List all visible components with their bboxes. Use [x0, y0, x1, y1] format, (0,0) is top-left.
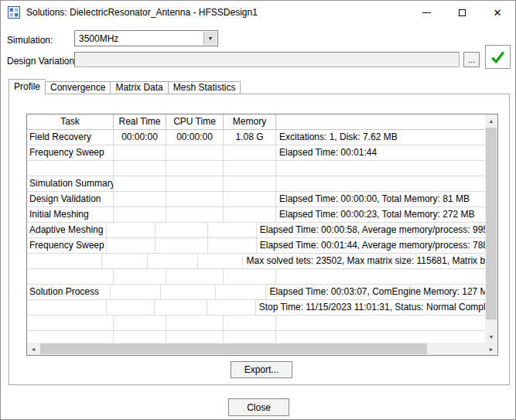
app-icon — [8, 6, 20, 19]
table-cell — [114, 331, 166, 343]
table-row[interactable]: Max solved tets: 23502, Max matrix size:… — [27, 254, 485, 269]
table-cell — [207, 300, 255, 315]
table-cell — [114, 161, 166, 176]
table-cell — [27, 254, 102, 268]
table-cell: Elapsed Time: 00:00:00, Total Memory: 81… — [276, 192, 485, 207]
table-cell — [114, 145, 166, 160]
scroll-up-icon[interactable]: ▲ — [485, 114, 497, 127]
profile-table: Task Real Time CPU Time Memory Field Rec… — [26, 114, 498, 356]
table-cell — [224, 316, 276, 330]
table-row[interactable] — [27, 316, 485, 331]
table-row[interactable]: Initial MeshingElapsed Time: 00:00:23, T… — [27, 207, 485, 223]
table-cell — [166, 331, 224, 343]
column-header-task[interactable]: Task — [27, 114, 114, 129]
table-cell — [107, 223, 155, 237]
close-dialog-button[interactable]: Close — [228, 398, 289, 416]
tab-convergence[interactable]: Convergence — [45, 81, 111, 94]
table-cell — [107, 300, 155, 315]
profile-table-body: Field Recovery00:00:0000:00:001.08 GExci… — [27, 130, 485, 343]
table-cell — [208, 238, 257, 253]
scroll-right-icon[interactable]: ► — [485, 343, 497, 355]
minimize-button[interactable] — [408, 1, 444, 24]
table-cell — [161, 285, 216, 299]
table-cell — [224, 207, 276, 222]
design-variation-field[interactable] — [74, 52, 460, 67]
table-cell — [27, 331, 114, 343]
table-cell — [155, 300, 207, 315]
vertical-scrollbar-thumb[interactable] — [486, 128, 497, 319]
table-cell: Solution Process — [27, 285, 111, 299]
window-title: Solutions: DielectricResonator_Antenna -… — [26, 7, 408, 18]
table-cell — [166, 207, 224, 222]
table-cell — [155, 238, 208, 253]
table-row[interactable]: Solution ProcessElapsed Time: 00:03:07, … — [27, 285, 485, 300]
close-window-button[interactable]: ✕ — [480, 1, 515, 24]
design-variation-label: Design Variation: — [7, 56, 77, 67]
table-row[interactable]: Simulation Summary — [27, 176, 485, 192]
table-cell — [111, 285, 161, 299]
table-row[interactable] — [27, 161, 485, 176]
table-row[interactable] — [27, 331, 485, 343]
minimize-icon — [422, 12, 431, 13]
simulation-combobox[interactable]: 3500MHz ▼ — [74, 30, 218, 46]
column-header-memory[interactable]: Memory — [224, 114, 276, 129]
column-header-real-time[interactable]: Real Time — [114, 114, 166, 129]
combo-dropdown-button[interactable]: ▼ — [203, 32, 217, 45]
tab-label: Matrix Data — [115, 82, 162, 93]
table-row[interactable]: Design ValidationElapsed Time: 00:00:00,… — [27, 192, 485, 207]
table-cell — [102, 254, 148, 268]
table-cell — [107, 238, 155, 253]
table-row[interactable] — [27, 269, 485, 285]
table-cell: Elapsed Time: 00:01:44 — [276, 145, 485, 160]
solutions-dialog: Solutions: DielectricResonator_Antenna -… — [0, 0, 516, 420]
table-cell — [114, 316, 166, 330]
table-row[interactable]: Stop Time: 11/15/2023 11:01:31, Status: … — [27, 300, 485, 316]
table-row[interactable]: Adaptive MeshingElapsed Time: 00:00:58, … — [27, 223, 485, 238]
table-cell — [224, 331, 276, 343]
tab-strip: Profile Convergence Matrix Data Mesh Sta… — [9, 79, 241, 94]
column-header-info[interactable] — [276, 114, 485, 129]
table-cell — [224, 176, 276, 191]
titlebar[interactable]: Solutions: DielectricResonator_Antenna -… — [1, 1, 515, 24]
table-cell — [155, 223, 208, 237]
table-cell — [114, 176, 166, 191]
column-header-cpu-time[interactable]: CPU Time — [166, 114, 224, 129]
tab-label: Mesh Statistics — [173, 82, 236, 93]
horizontal-scrollbar-thumb[interactable] — [40, 343, 427, 354]
table-cell — [114, 192, 166, 207]
window-controls: ✕ — [408, 1, 515, 24]
table-cell — [166, 145, 224, 160]
table-cell — [224, 192, 276, 207]
table-cell — [208, 223, 257, 237]
table-cell — [166, 269, 224, 284]
table-cell — [166, 316, 224, 330]
horizontal-scrollbar[interactable]: ◄ ► — [27, 343, 497, 355]
simulation-selected-value: 3500MHz — [79, 33, 118, 44]
scroll-down-icon[interactable]: ▼ — [485, 330, 497, 343]
table-row[interactable]: Field Recovery00:00:0000:00:001.08 GExci… — [27, 130, 485, 145]
tab-mesh-statistics[interactable]: Mesh Statistics — [168, 81, 241, 94]
table-cell — [216, 285, 266, 299]
browse-button[interactable]: ... — [463, 52, 480, 67]
apply-check-button[interactable] — [485, 45, 511, 69]
table-cell — [166, 192, 224, 207]
table-cell — [276, 331, 485, 343]
maximize-button[interactable] — [444, 1, 480, 24]
table-cell — [198, 254, 244, 268]
table-row[interactable]: Frequency SweepElapsed Time: 00:01:44 — [27, 145, 485, 161]
tab-matrix-data[interactable]: Matrix Data — [110, 81, 168, 94]
simulation-label: Simulation: — [7, 35, 53, 46]
scroll-left-icon[interactable]: ◄ — [27, 343, 39, 355]
table-row[interactable]: Frequency SweepElapsed Time: 00:01:44, A… — [27, 238, 485, 254]
table-cell: Excitations: 1, Disk: 7.62 MB — [276, 130, 485, 145]
table-cell: Max solved tets: 23502, Max matrix size:… — [243, 254, 485, 268]
export-button[interactable]: Export... — [231, 361, 292, 378]
table-cell: Initial Meshing — [27, 207, 114, 222]
table-cell: Field Recovery — [27, 130, 114, 145]
table-cell: Elapsed Time: 00:01:44, Average memory/p… — [257, 238, 485, 253]
vertical-scrollbar[interactable]: ▲ ▼ — [485, 114, 497, 343]
tab-profile[interactable]: Profile — [9, 79, 46, 94]
table-cell: 1.08 G — [224, 130, 276, 145]
table-cell — [276, 316, 485, 330]
table-cell — [276, 161, 485, 176]
